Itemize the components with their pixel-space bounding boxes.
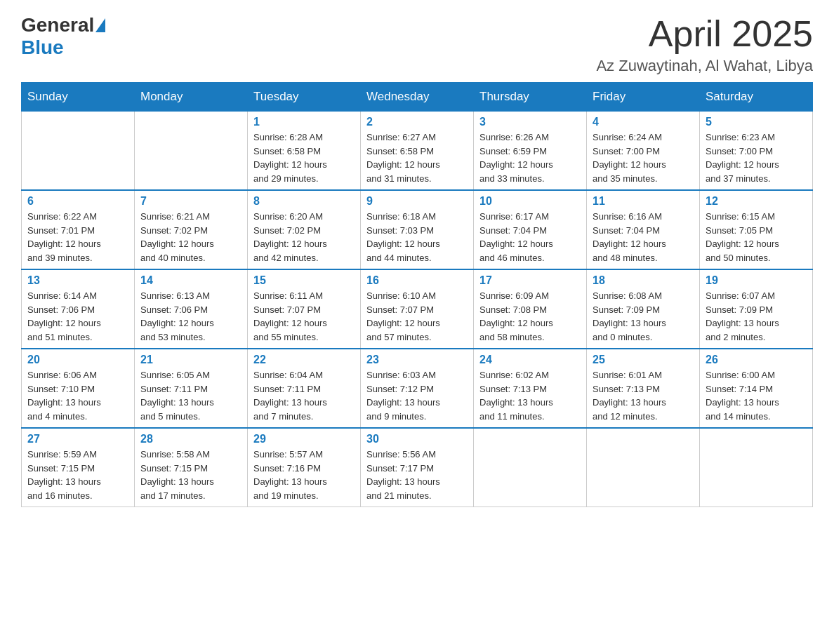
day-info: Sunrise: 6:05 AM Sunset: 7:11 PM Dayligh… <box>140 368 241 423</box>
calendar-cell <box>700 428 813 507</box>
calendar-cell: 8Sunrise: 6:20 AM Sunset: 7:02 PM Daylig… <box>248 190 361 269</box>
day-info: Sunrise: 6:20 AM Sunset: 7:02 PM Dayligh… <box>253 210 355 264</box>
day-number: 22 <box>253 354 355 366</box>
calendar-cell: 7Sunrise: 6:21 AM Sunset: 7:02 PM Daylig… <box>135 190 248 269</box>
calendar-cell: 3Sunrise: 6:26 AM Sunset: 6:59 PM Daylig… <box>474 112 587 191</box>
day-number: 16 <box>366 274 468 287</box>
logo-triangle-icon <box>95 18 105 32</box>
calendar-cell: 17Sunrise: 6:09 AM Sunset: 7:08 PM Dayli… <box>474 269 587 349</box>
calendar-cell: 29Sunrise: 5:57 AM Sunset: 7:16 PM Dayli… <box>248 428 361 507</box>
calendar-week-row: 20Sunrise: 6:06 AM Sunset: 7:10 PM Dayli… <box>22 349 813 428</box>
day-number: 13 <box>27 274 128 287</box>
calendar-week-row: 13Sunrise: 6:14 AM Sunset: 7:06 PM Dayli… <box>22 269 813 349</box>
day-info: Sunrise: 6:02 AM Sunset: 7:13 PM Dayligh… <box>479 368 581 423</box>
weekday-header-sunday: Sunday <box>22 83 135 112</box>
calendar-week-row: 6Sunrise: 6:22 AM Sunset: 7:01 PM Daylig… <box>22 190 813 269</box>
calendar-week-row: 1Sunrise: 6:28 AM Sunset: 6:58 PM Daylig… <box>22 112 813 191</box>
calendar-cell: 10Sunrise: 6:17 AM Sunset: 7:04 PM Dayli… <box>474 190 587 269</box>
weekday-header-wednesday: Wednesday <box>361 83 474 112</box>
day-info: Sunrise: 6:17 AM Sunset: 7:04 PM Dayligh… <box>479 210 581 264</box>
day-info: Sunrise: 5:59 AM Sunset: 7:15 PM Dayligh… <box>27 448 128 502</box>
calendar-cell: 2Sunrise: 6:27 AM Sunset: 6:58 PM Daylig… <box>361 112 474 191</box>
day-info: Sunrise: 6:00 AM Sunset: 7:14 PM Dayligh… <box>706 368 807 423</box>
calendar-cell: 24Sunrise: 6:02 AM Sunset: 7:13 PM Dayli… <box>474 349 587 428</box>
day-number: 14 <box>140 274 241 287</box>
day-number: 8 <box>253 195 355 208</box>
weekday-header-row: SundayMondayTuesdayWednesdayThursdayFrid… <box>22 83 813 112</box>
day-number: 20 <box>27 354 128 366</box>
logo-blue-text: Blue <box>21 36 64 59</box>
calendar-cell: 1Sunrise: 6:28 AM Sunset: 6:58 PM Daylig… <box>248 112 361 191</box>
day-number: 29 <box>253 433 355 445</box>
calendar-cell: 14Sunrise: 6:13 AM Sunset: 7:06 PM Dayli… <box>135 269 248 349</box>
calendar-cell: 11Sunrise: 6:16 AM Sunset: 7:04 PM Dayli… <box>587 190 700 269</box>
calendar-cell: 21Sunrise: 6:05 AM Sunset: 7:11 PM Dayli… <box>135 349 248 428</box>
day-number: 5 <box>706 116 807 128</box>
day-number: 15 <box>253 274 355 287</box>
calendar-cell: 6Sunrise: 6:22 AM Sunset: 7:01 PM Daylig… <box>22 190 135 269</box>
day-number: 11 <box>593 195 694 208</box>
calendar-table: SundayMondayTuesdayWednesdayThursdayFrid… <box>21 82 813 507</box>
weekday-header-saturday: Saturday <box>700 83 813 112</box>
day-info: Sunrise: 6:28 AM Sunset: 6:58 PM Dayligh… <box>253 130 355 185</box>
day-info: Sunrise: 6:22 AM Sunset: 7:01 PM Dayligh… <box>27 210 128 264</box>
day-info: Sunrise: 5:57 AM Sunset: 7:16 PM Dayligh… <box>253 448 355 502</box>
calendar-cell: 9Sunrise: 6:18 AM Sunset: 7:03 PM Daylig… <box>361 190 474 269</box>
weekday-header-friday: Friday <box>587 83 700 112</box>
day-info: Sunrise: 5:58 AM Sunset: 7:15 PM Dayligh… <box>140 448 241 502</box>
day-number: 21 <box>140 354 241 366</box>
day-info: Sunrise: 6:06 AM Sunset: 7:10 PM Dayligh… <box>27 368 128 423</box>
calendar-cell: 28Sunrise: 5:58 AM Sunset: 7:15 PM Dayli… <box>135 428 248 507</box>
weekday-header-monday: Monday <box>135 83 248 112</box>
calendar-cell: 19Sunrise: 6:07 AM Sunset: 7:09 PM Dayli… <box>700 269 813 349</box>
day-number: 10 <box>479 195 581 208</box>
day-number: 1 <box>253 116 355 128</box>
day-number: 12 <box>706 195 807 208</box>
day-info: Sunrise: 6:09 AM Sunset: 7:08 PM Dayligh… <box>479 289 581 344</box>
calendar-cell: 13Sunrise: 6:14 AM Sunset: 7:06 PM Dayli… <box>22 269 135 349</box>
month-title: April 2025 <box>596 14 813 54</box>
calendar-cell <box>22 112 135 191</box>
calendar-cell: 25Sunrise: 6:01 AM Sunset: 7:13 PM Dayli… <box>587 349 700 428</box>
calendar-cell: 23Sunrise: 6:03 AM Sunset: 7:12 PM Dayli… <box>361 349 474 428</box>
day-info: Sunrise: 6:14 AM Sunset: 7:06 PM Dayligh… <box>27 289 128 344</box>
day-number: 17 <box>479 274 581 287</box>
day-number: 26 <box>706 354 807 366</box>
day-number: 24 <box>479 354 581 366</box>
calendar-cell: 22Sunrise: 6:04 AM Sunset: 7:11 PM Dayli… <box>248 349 361 428</box>
day-info: Sunrise: 6:01 AM Sunset: 7:13 PM Dayligh… <box>593 368 694 423</box>
calendar-cell: 12Sunrise: 6:15 AM Sunset: 7:05 PM Dayli… <box>700 190 813 269</box>
day-info: Sunrise: 5:56 AM Sunset: 7:17 PM Dayligh… <box>366 448 468 502</box>
weekday-header-tuesday: Tuesday <box>248 83 361 112</box>
logo-general-text: General <box>21 14 94 36</box>
day-number: 30 <box>366 433 468 445</box>
calendar-cell: 30Sunrise: 5:56 AM Sunset: 7:17 PM Dayli… <box>361 428 474 507</box>
day-info: Sunrise: 6:04 AM Sunset: 7:11 PM Dayligh… <box>253 368 355 423</box>
day-info: Sunrise: 6:13 AM Sunset: 7:06 PM Dayligh… <box>140 289 241 344</box>
day-number: 6 <box>27 195 128 208</box>
day-number: 9 <box>366 195 468 208</box>
calendar-cell: 4Sunrise: 6:24 AM Sunset: 7:00 PM Daylig… <box>587 112 700 191</box>
day-info: Sunrise: 6:03 AM Sunset: 7:12 PM Dayligh… <box>366 368 468 423</box>
day-number: 18 <box>593 274 694 287</box>
day-info: Sunrise: 6:08 AM Sunset: 7:09 PM Dayligh… <box>593 289 694 344</box>
day-info: Sunrise: 6:27 AM Sunset: 6:58 PM Dayligh… <box>366 130 468 185</box>
day-number: 25 <box>593 354 694 366</box>
calendar-week-row: 27Sunrise: 5:59 AM Sunset: 7:15 PM Dayli… <box>22 428 813 507</box>
calendar-cell: 5Sunrise: 6:23 AM Sunset: 7:00 PM Daylig… <box>700 112 813 191</box>
calendar-cell: 15Sunrise: 6:11 AM Sunset: 7:07 PM Dayli… <box>248 269 361 349</box>
day-number: 19 <box>706 274 807 287</box>
day-info: Sunrise: 6:18 AM Sunset: 7:03 PM Dayligh… <box>366 210 468 264</box>
day-number: 2 <box>366 116 468 128</box>
day-number: 27 <box>27 433 128 445</box>
calendar-cell: 27Sunrise: 5:59 AM Sunset: 7:15 PM Dayli… <box>22 428 135 507</box>
logo: General Blue <box>21 14 107 59</box>
calendar-cell: 20Sunrise: 6:06 AM Sunset: 7:10 PM Dayli… <box>22 349 135 428</box>
calendar-cell <box>135 112 248 191</box>
day-number: 7 <box>140 195 241 208</box>
calendar-cell <box>474 428 587 507</box>
day-number: 3 <box>479 116 581 128</box>
day-info: Sunrise: 6:26 AM Sunset: 6:59 PM Dayligh… <box>479 130 581 185</box>
calendar-cell: 18Sunrise: 6:08 AM Sunset: 7:09 PM Dayli… <box>587 269 700 349</box>
calendar-cell: 16Sunrise: 6:10 AM Sunset: 7:07 PM Dayli… <box>361 269 474 349</box>
